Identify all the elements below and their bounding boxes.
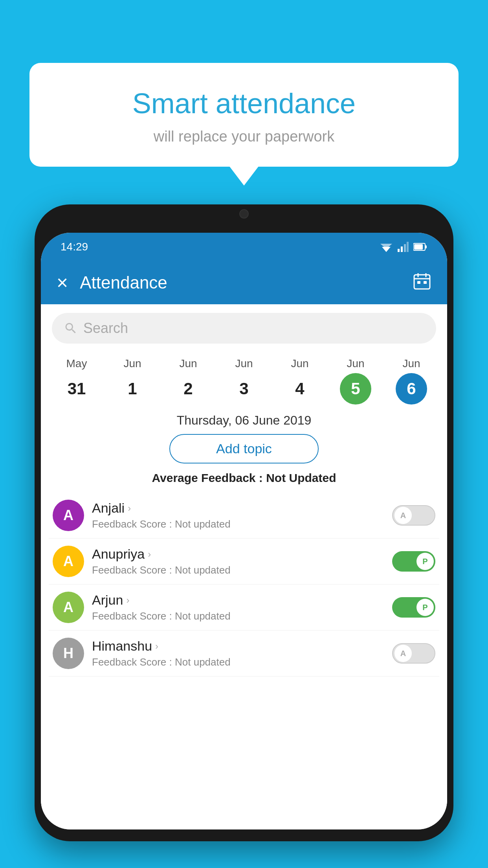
calendar-day[interactable]: Jun2 bbox=[172, 357, 204, 405]
student-avatar: A bbox=[53, 546, 84, 577]
cal-date: 31 bbox=[61, 373, 92, 405]
add-topic-button[interactable]: Add topic bbox=[169, 434, 319, 463]
attendance-toggle[interactable]: A bbox=[392, 505, 435, 526]
search-placeholder: Search bbox=[83, 320, 128, 337]
status-icons bbox=[380, 242, 427, 252]
cal-month: Jun bbox=[179, 357, 197, 370]
calendar-day[interactable]: Jun3 bbox=[228, 357, 260, 405]
student-name: Arjun › bbox=[92, 592, 384, 608]
student-info: Himanshu ›Feedback Score : Not updated bbox=[92, 638, 384, 668]
cal-month: Jun bbox=[291, 357, 308, 370]
search-icon bbox=[64, 321, 78, 335]
close-button[interactable]: × bbox=[57, 271, 68, 294]
student-score: Feedback Score : Not updated bbox=[92, 518, 384, 530]
student-row[interactable]: HHimanshu ›Feedback Score : Not updatedA bbox=[49, 631, 439, 677]
phone-camera bbox=[239, 209, 249, 219]
chevron-icon: › bbox=[155, 641, 158, 652]
cal-date: 3 bbox=[228, 373, 260, 405]
app-bar: × Attendance bbox=[41, 261, 447, 304]
calendar-strip: May31Jun1Jun2Jun3Jun4Jun5Jun6 bbox=[41, 349, 447, 405]
student-info: Arjun ›Feedback Score : Not updated bbox=[92, 592, 384, 622]
chevron-icon: › bbox=[126, 595, 129, 606]
student-info: Anjali ›Feedback Score : Not updated bbox=[92, 500, 384, 530]
cal-date: 1 bbox=[117, 373, 148, 405]
calendar-day[interactable]: Jun6 bbox=[396, 357, 427, 405]
phone-notch bbox=[213, 204, 275, 221]
cal-date: 4 bbox=[284, 373, 316, 405]
calendar-icon[interactable] bbox=[413, 272, 431, 294]
cal-date: 5 bbox=[340, 373, 371, 405]
student-row[interactable]: AAnjali ›Feedback Score : Not updatedA bbox=[49, 493, 439, 539]
svg-marker-1 bbox=[380, 244, 392, 249]
student-avatar: A bbox=[53, 500, 84, 531]
signal-icon bbox=[398, 242, 409, 252]
bubble-subtitle: will replace your paperwork bbox=[45, 128, 443, 145]
svg-rect-3 bbox=[401, 246, 403, 252]
svg-rect-8 bbox=[414, 244, 423, 250]
student-score: Feedback Score : Not updated bbox=[92, 564, 384, 576]
attendance-toggle[interactable]: P bbox=[392, 551, 435, 572]
wifi-icon bbox=[380, 242, 393, 252]
cal-month: Jun bbox=[402, 357, 420, 370]
svg-rect-9 bbox=[414, 275, 430, 289]
student-info: Anupriya ›Feedback Score : Not updated bbox=[92, 546, 384, 576]
cal-month: May bbox=[66, 357, 87, 370]
attendance-toggle[interactable]: P bbox=[392, 597, 435, 618]
student-name: Anupriya › bbox=[92, 546, 384, 562]
status-time: 14:29 bbox=[61, 241, 88, 253]
attendance-toggle[interactable]: A bbox=[392, 643, 435, 664]
cal-month: Jun bbox=[235, 357, 253, 370]
status-bar: 14:29 bbox=[41, 233, 447, 261]
cal-month: Jun bbox=[347, 357, 364, 370]
cal-month: Jun bbox=[123, 357, 141, 370]
app-bar-title: Attendance bbox=[80, 273, 413, 292]
svg-rect-13 bbox=[417, 281, 420, 284]
student-score: Feedback Score : Not updated bbox=[92, 610, 384, 622]
calendar-day[interactable]: Jun1 bbox=[117, 357, 148, 405]
student-row[interactable]: AAnupriya ›Feedback Score : Not updatedP bbox=[49, 539, 439, 585]
phone-frame: 14:29 bbox=[35, 204, 453, 841]
svg-rect-2 bbox=[398, 249, 400, 252]
search-bar[interactable]: Search bbox=[52, 313, 436, 344]
cal-date: 6 bbox=[396, 373, 427, 405]
calendar-day[interactable]: Jun4 bbox=[284, 357, 316, 405]
student-score: Feedback Score : Not updated bbox=[92, 656, 384, 668]
chevron-icon: › bbox=[148, 549, 151, 560]
calendar-day[interactable]: May31 bbox=[61, 357, 92, 405]
student-avatar: A bbox=[53, 592, 84, 623]
cal-date: 2 bbox=[172, 373, 204, 405]
avg-feedback: Average Feedback : Not Updated bbox=[41, 471, 447, 485]
bubble-title: Smart attendance bbox=[45, 86, 443, 120]
screen-content: Search May31Jun1Jun2Jun3Jun4Jun5Jun6 Thu… bbox=[41, 304, 447, 829]
student-list: AAnjali ›Feedback Score : Not updatedAAA… bbox=[41, 493, 447, 677]
student-row[interactable]: AArjun ›Feedback Score : Not updatedP bbox=[49, 585, 439, 631]
selected-date-label: Thursday, 06 June 2019 bbox=[41, 413, 447, 428]
phone-screen: 14:29 bbox=[41, 233, 447, 829]
svg-rect-5 bbox=[407, 242, 409, 252]
calendar-day[interactable]: Jun5 bbox=[340, 357, 371, 405]
student-avatar: H bbox=[53, 638, 84, 669]
chevron-icon: › bbox=[128, 503, 131, 514]
battery-icon bbox=[413, 243, 427, 251]
svg-rect-14 bbox=[424, 281, 427, 284]
phone-wrapper: 14:29 bbox=[35, 204, 453, 868]
student-name: Anjali › bbox=[92, 500, 384, 516]
student-name: Himanshu › bbox=[92, 638, 384, 654]
svg-rect-7 bbox=[425, 245, 427, 248]
svg-rect-4 bbox=[404, 244, 406, 252]
speech-bubble: Smart attendance will replace your paper… bbox=[29, 63, 459, 167]
